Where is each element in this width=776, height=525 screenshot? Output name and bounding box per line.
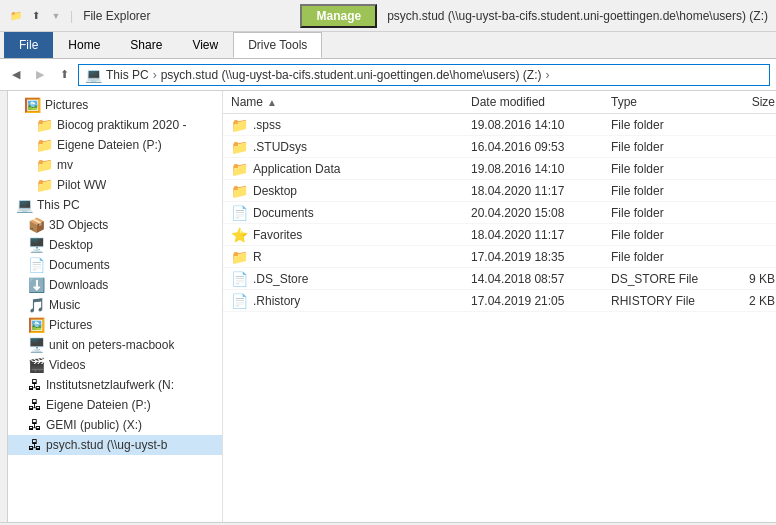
file-cell-date: 18.04.2020 11:17 — [463, 226, 603, 244]
up-icon: ⬆ — [28, 8, 44, 24]
address-path[interactable]: 💻 This PC › psych.stud (\\ug-uyst-ba-cif… — [78, 64, 770, 86]
file-cell-type: File folder — [603, 138, 723, 156]
sidebar-item-this-pc[interactable]: 💻This PC — [8, 195, 222, 215]
title-bar-path: psych.stud (\\ug-uyst-ba-cifs.student.un… — [387, 9, 768, 23]
sidebar-item-desktop[interactable]: 🖥️Desktop — [8, 235, 222, 255]
sidebar-label-pilot-ww: Pilot WW — [57, 178, 106, 192]
sidebar-item-unit-on-peters[interactable]: 🖥️unit on peters-macbook — [8, 335, 222, 355]
sidebar-label-biocog: Biocog praktikum 2020 - — [57, 118, 186, 132]
path-end-sep: › — [546, 68, 550, 82]
main-container: 🖼️Pictures📁Biocog praktikum 2020 -📁Eigen… — [0, 91, 776, 522]
tab-share[interactable]: Share — [115, 32, 177, 58]
file-cell-type: File folder — [603, 204, 723, 222]
sidebar-item-psych-stud-selected[interactable]: 🖧psych.stud (\\ug-uyst-b — [8, 435, 222, 455]
file-cell-name: 📁 .spss — [223, 115, 463, 135]
sidebar-item-documents[interactable]: 📄Documents — [8, 255, 222, 275]
tab-home[interactable]: Home — [53, 32, 115, 58]
file-cell-date: 19.08.2016 14:10 — [463, 160, 603, 178]
table-row[interactable]: 📄 .Rhistory 17.04.2019 21:05 RHISTORY Fi… — [223, 290, 776, 312]
file-cell-name: 📄 .DS_Store — [223, 269, 463, 289]
sidebar-item-biocog[interactable]: 📁Biocog praktikum 2020 - — [8, 115, 222, 135]
file-cell-size — [723, 255, 776, 259]
file-cell-type: File folder — [603, 182, 723, 200]
sidebar: 🖼️Pictures📁Biocog praktikum 2020 -📁Eigen… — [8, 91, 223, 522]
sidebar-label-mv: mv — [57, 158, 73, 172]
col-header-size[interactable]: Size — [723, 91, 776, 113]
file-icon: 📄 — [231, 271, 248, 287]
file-name-label: Favorites — [253, 228, 302, 242]
sidebar-label-desktop: Desktop — [49, 238, 93, 252]
sidebar-label-downloads: Downloads — [49, 278, 108, 292]
sidebar-item-pictures-header[interactable]: 🖼️Pictures — [8, 95, 222, 115]
forward-button[interactable]: ▶ — [30, 65, 50, 85]
file-cell-size — [723, 189, 776, 193]
table-row[interactable]: 📄 Documents 20.04.2020 15:08 File folder — [223, 202, 776, 224]
sidebar-item-3d-objects[interactable]: 📦3D Objects — [8, 215, 222, 235]
table-row[interactable]: 📁 .spss 19.08.2016 14:10 File folder — [223, 114, 776, 136]
sidebar-icon-3d-objects: 📦 — [28, 217, 45, 233]
file-cell-date: 18.04.2020 11:17 — [463, 182, 603, 200]
sidebar-icon-documents: 📄 — [28, 257, 45, 273]
folder-icon-address: 💻 — [85, 67, 102, 83]
file-list-header: Name ▲ Date modified Type Size — [223, 91, 776, 114]
up-button[interactable]: ⬆ — [54, 65, 74, 85]
sidebar-label-gemi-public: GEMI (public) (X:) — [46, 418, 142, 432]
file-name-label: Desktop — [253, 184, 297, 198]
sidebar-label-pictures-header: Pictures — [45, 98, 88, 112]
table-row[interactable]: ⭐ Favorites 18.04.2020 11:17 File folder — [223, 224, 776, 246]
file-name-label: .STUDsys — [253, 140, 307, 154]
tab-drivetools[interactable]: Drive Tools — [233, 32, 322, 58]
sidebar-item-mv[interactable]: 📁mv — [8, 155, 222, 175]
ribbon-tabs: File Home Share View Drive Tools — [0, 32, 776, 58]
file-cell-date: 14.04.2018 08:57 — [463, 270, 603, 288]
file-cell-date: 16.04.2016 09:53 — [463, 138, 603, 156]
col-header-type[interactable]: Type — [603, 91, 723, 113]
file-name-label: R — [253, 250, 262, 264]
sidebar-item-videos[interactable]: 🎬Videos — [8, 355, 222, 375]
table-row[interactable]: 📁 R 17.04.2019 18:35 File folder — [223, 246, 776, 268]
col-header-name[interactable]: Name ▲ — [223, 91, 463, 113]
file-name-label: .spss — [253, 118, 281, 132]
sidebar-icon-pilot-ww: 📁 — [36, 177, 53, 193]
table-row[interactable]: 📁 Application Data 19.08.2016 14:10 File… — [223, 158, 776, 180]
sidebar-label-videos: Videos — [49, 358, 85, 372]
sidebar-item-downloads[interactable]: ⬇️Downloads — [8, 275, 222, 295]
sidebar-item-pilot-ww[interactable]: 📁Pilot WW — [8, 175, 222, 195]
file-cell-type: File folder — [603, 160, 723, 178]
sidebar-label-institutsnetz: Institutsnetzlaufwerk (N: — [46, 378, 174, 392]
path-this-pc[interactable]: This PC — [106, 68, 149, 82]
sidebar-item-eigene-dateien-p2[interactable]: 🖧Eigene Dateien (P:) — [8, 395, 222, 415]
tab-view[interactable]: View — [177, 32, 233, 58]
sidebar-item-gemi-public[interactable]: 🖧GEMI (public) (X:) — [8, 415, 222, 435]
refresh-icon: ▼ — [48, 8, 64, 24]
file-icon: 📁 — [231, 249, 248, 265]
col-header-date[interactable]: Date modified — [463, 91, 603, 113]
table-row[interactable]: 📁 .STUDsys 16.04.2016 09:53 File folder — [223, 136, 776, 158]
path-current: psych.stud (\\ug-uyst-ba-cifs.student.un… — [161, 68, 542, 82]
sidebar-icon-mv: 📁 — [36, 157, 53, 173]
sidebar-icon-this-pc: 💻 — [16, 197, 33, 213]
file-cell-size — [723, 233, 776, 237]
folder-icon: 📁 — [8, 8, 24, 24]
file-cell-date: 17.04.2019 18:35 — [463, 248, 603, 266]
sidebar-item-pictures[interactable]: 🖼️Pictures — [8, 315, 222, 335]
title-bar: 📁 ⬆ ▼ | File Explorer Manage psych.stud … — [0, 0, 776, 32]
sidebar-icon-downloads: ⬇️ — [28, 277, 45, 293]
sidebar-label-unit-on-peters: unit on peters-macbook — [49, 338, 174, 352]
table-row[interactable]: 📄 .DS_Store 14.04.2018 08:57 DS_STORE Fi… — [223, 268, 776, 290]
file-cell-type: File folder — [603, 116, 723, 134]
sidebar-item-eigene-dateien-p[interactable]: 📁Eigene Dateien (P:) — [8, 135, 222, 155]
file-cell-name: 📄 Documents — [223, 203, 463, 223]
sidebar-label-pictures: Pictures — [49, 318, 92, 332]
file-cell-type: File folder — [603, 248, 723, 266]
tab-file[interactable]: File — [4, 32, 53, 58]
sidebar-item-institutsnetz[interactable]: 🖧Institutsnetzlaufwerk (N: — [8, 375, 222, 395]
title-bar-icons: 📁 ⬆ ▼ | — [8, 8, 75, 24]
file-icon: 📁 — [231, 161, 248, 177]
back-button[interactable]: ◀ — [6, 65, 26, 85]
sidebar-item-music[interactable]: 🎵Music — [8, 295, 222, 315]
sidebar-label-eigene-dateien-p: Eigene Dateien (P:) — [57, 138, 162, 152]
table-row[interactable]: 📁 Desktop 18.04.2020 11:17 File folder — [223, 180, 776, 202]
manage-button[interactable]: Manage — [300, 4, 377, 28]
title-bar-title: File Explorer — [83, 9, 150, 23]
